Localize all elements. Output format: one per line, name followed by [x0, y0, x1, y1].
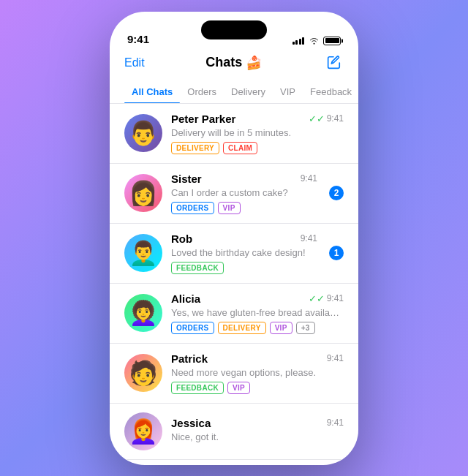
signal-icon [292, 37, 305, 45]
chat-name-patrick: Patrick [171, 352, 208, 365]
chat-item-sister[interactable]: 👩 Sister 9:41 Can I order a custom cake?… [110, 164, 358, 224]
tab-all-chats[interactable]: All Chats [124, 80, 180, 103]
chat-content-alicia: Alicia ✓✓ 9:41 Yes, we have gluten-free … [171, 292, 344, 334]
chat-tags-rob: FEEDBACK [171, 262, 317, 274]
chat-tags-peter: DELIVERY CLAIM [171, 142, 344, 154]
chat-content-peter: Peter Parker ✓✓ 9:41 Delivery will be in… [171, 113, 344, 154]
chat-message-peter: Delivery will be in 5 minutes. [171, 127, 344, 138]
compose-button[interactable] [323, 53, 344, 73]
page-title: Chats 🍰 [205, 55, 262, 71]
chat-message-jessica: Nice, got it. [171, 431, 344, 442]
avatar-peter: 👨 [124, 114, 162, 152]
status-time: 9:41 [127, 33, 149, 45]
tab-bar: All Chats Orders Delivery VIP Feedback [110, 80, 358, 104]
avatar-alicia: 👩‍🦱 [124, 294, 162, 332]
battery-icon [323, 37, 341, 45]
chat-content-sister: Sister 9:41 Can I order a custom cake? O… [171, 173, 317, 214]
chat-time-rob: 9:41 [301, 233, 317, 243]
tag-delivery-alicia: DELIVERY [218, 322, 266, 334]
tag-more-alicia: +3 [296, 322, 315, 334]
tag-vip-patrick: VIP [227, 382, 250, 394]
avatar-jessica: 👩‍🦰 [124, 412, 162, 450]
chat-list: 👨 Peter Parker ✓✓ 9:41 Delivery will be … [110, 104, 358, 465]
chat-item-rob[interactable]: 👨‍🦱 Rob 9:41 Loved the birthday cake des… [110, 224, 358, 284]
tag-delivery: DELIVERY [171, 142, 219, 154]
status-icons [292, 37, 341, 45]
edit-button[interactable]: Edit [124, 56, 145, 69]
chat-item-patrick[interactable]: 🧑 Patrick 9:41 Need more vegan options, … [110, 344, 358, 404]
chat-name-jessica: Jessica [171, 417, 211, 429]
tag-feedback-patrick: FEEDBACK [171, 382, 224, 394]
chat-time-sister: 9:41 [301, 173, 317, 184]
chat-item-peter[interactable]: 👨 Peter Parker ✓✓ 9:41 Delivery will be … [110, 104, 358, 164]
chat-content-rob: Rob 9:41 Loved the birthday cake design!… [171, 233, 317, 274]
chat-message-alicia: Yes, we have gluten-free bread available… [171, 307, 344, 318]
dynamic-island [201, 20, 267, 39]
tag-vip-alicia: VIP [270, 322, 292, 334]
nav-bar: Edit Chats 🍰 [110, 50, 358, 80]
chat-message-patrick: Need more vegan options, please. [171, 367, 344, 378]
phone-frame: 9:41 Edit Chats 🍰 [110, 12, 358, 465]
chat-name-alicia: Alicia [171, 292, 200, 305]
chat-content-jessica: Jessica 9:41 Nice, got it. [171, 417, 344, 446]
chat-name-peter: Peter Parker [171, 113, 235, 125]
chat-tags-patrick: FEEDBACK VIP [171, 382, 344, 394]
chat-tags-sister: ORDERS VIP [171, 202, 317, 214]
tag-orders: ORDERS [171, 202, 214, 214]
tag-claim: CLAIM [223, 142, 257, 154]
tab-orders[interactable]: Orders [180, 80, 224, 103]
avatar-rob: 👨‍🦱 [124, 234, 162, 272]
tag-feedback: FEEDBACK [171, 262, 224, 274]
unread-badge-sister: 2 [329, 186, 344, 200]
tag-vip: VIP [218, 202, 241, 214]
chat-name-sister: Sister [171, 173, 202, 185]
avatar-patrick: 🧑 [124, 354, 162, 392]
unread-badge-rob: 1 [329, 246, 344, 260]
chat-content-patrick: Patrick 9:41 Need more vegan options, pl… [171, 352, 344, 394]
read-check-icon-alicia: ✓✓ [309, 293, 325, 304]
chat-message-rob: Loved the birthday cake design! [171, 247, 317, 258]
chat-message-sister: Can I order a custom cake? [171, 187, 317, 198]
chat-name-rob: Rob [171, 233, 192, 245]
tab-delivery[interactable]: Delivery [224, 80, 273, 103]
read-check-icon: ✓✓ [309, 113, 325, 124]
avatar-sister: 👩 [124, 174, 162, 212]
wifi-icon [308, 37, 320, 45]
chat-time-peter: ✓✓ 9:41 [309, 113, 344, 124]
chat-time-jessica: 9:41 [327, 418, 344, 428]
chat-tags-alicia: ORDERS DELIVERY VIP +3 [171, 322, 344, 334]
tab-vip[interactable]: VIP [273, 80, 303, 103]
chat-item-jessica[interactable]: 👩‍🦰 Jessica 9:41 Nice, got it. [110, 404, 358, 460]
chat-item-alicia[interactable]: 👩‍🦱 Alicia ✓✓ 9:41 Yes, we have gluten-f… [110, 284, 358, 344]
tab-feedback[interactable]: Feedback [303, 80, 358, 103]
chat-time-patrick: 9:41 [327, 353, 344, 363]
tag-orders-alicia: ORDERS [171, 322, 214, 334]
chat-time-alicia: ✓✓ 9:41 [309, 293, 344, 304]
